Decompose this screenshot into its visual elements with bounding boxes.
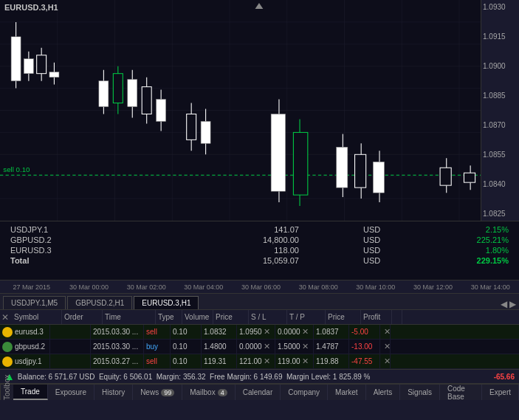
free-margin-value: 6 149.69 [254, 373, 283, 381]
col-header-symbol[interactable]: Symbol [12, 310, 62, 324]
free-margin-label: Free Margin: [206, 373, 254, 381]
svg-rect-57 [293, 132, 307, 195]
tp-close-1[interactable]: ✕ [300, 327, 310, 337]
trade-cell-type-1: sell [144, 325, 171, 339]
tp-close-2[interactable]: ✕ [300, 342, 310, 351]
tp-close-3[interactable]: ✕ [300, 357, 310, 366]
chart-scroll-arrows[interactable]: ◀ ▶ [501, 299, 516, 309]
trades-close-button[interactable]: ✕ [1, 312, 9, 323]
trade-cell-action-2[interactable]: ✕ [380, 340, 391, 354]
trade-cell-profit-1: -5.00 [349, 325, 380, 339]
trade-cell-profit-2: -13.00 [349, 340, 380, 354]
trade-icon-2 [2, 342, 13, 352]
col-header-type[interactable]: Type [156, 310, 182, 324]
col-header-order[interactable]: Order [62, 310, 103, 324]
tab-codebase[interactable]: Code Base [440, 385, 482, 400]
chart-container: EURUSD.3,H1 sell 0.10 [0, 0, 519, 221]
col-header-volume[interactable]: Volume [182, 310, 213, 324]
balance-profit: -65.66 [494, 373, 515, 381]
svg-rect-36 [113, 74, 123, 103]
svg-rect-33 [99, 81, 109, 107]
row-close-1[interactable]: ✕ [382, 327, 391, 337]
svg-rect-30 [49, 72, 59, 78]
mailbox-badge: 4 [218, 389, 227, 396]
time-label-7: 30 Mar 10:00 [347, 283, 405, 291]
summary-total-pct: 229.15% [385, 255, 513, 266]
sl-close-3[interactable]: ✕ [262, 357, 272, 366]
sl-close-2[interactable]: ✕ [262, 342, 272, 351]
trade-cell-symbol-2: gbpusd.2 [0, 340, 50, 354]
trade-row-3: usdjpy.1 2015.03.27 ... sell 0.10 119.31… [0, 354, 519, 369]
summary-symbol-1: USDJPY.1 [6, 224, 162, 235]
chart-tab-eurusd[interactable]: EURUSD.3,H1 [134, 296, 199, 309]
trade-cell-price2-3: 119.88 [314, 354, 349, 368]
col-header-price2[interactable]: Price [326, 310, 361, 324]
trade-cell-price2-1: 1.0837 [314, 325, 349, 339]
svg-rect-66 [373, 162, 384, 193]
summary-total-currency: USD [303, 255, 385, 266]
chart-tabs: USDJPY.1,M5 GBPUSD.2,H1 EURUSD.3,H1 ◀ ▶ [0, 294, 519, 310]
svg-rect-54 [271, 114, 285, 191]
tab-calendar[interactable]: Calendar [236, 385, 281, 400]
tab-news[interactable]: News99 [133, 385, 182, 400]
col-header-profit[interactable]: Profit [361, 310, 392, 324]
summary-profit-1: 2.15% [385, 224, 513, 235]
trade-cell-price2-2: 1.4787 [314, 340, 349, 354]
tab-trade[interactable]: Trade [13, 385, 48, 400]
tab-history[interactable]: History [94, 385, 133, 400]
margin-label: Margin: [152, 373, 183, 381]
trade-cell-action-3[interactable]: ✕ [380, 354, 391, 368]
tab-mailbox[interactable]: Mailbox4 [182, 385, 235, 400]
col-header-sl[interactable]: S / L [249, 310, 287, 324]
tab-signals[interactable]: Signals [400, 385, 440, 400]
sl-close-1[interactable]: ✕ [262, 327, 272, 337]
summary-profit-3: 1.80% [385, 245, 513, 255]
time-axis: 27 Mar 2015 30 Mar 00:00 30 Mar 02:00 30… [0, 280, 519, 294]
chart-svg: sell 0.10 [0, 0, 519, 221]
summary-row-eurusd: EURUSD.3 118.00 USD 1.80% [6, 245, 513, 255]
trade-icon-3 [2, 357, 13, 367]
col-header-action [392, 310, 402, 324]
col-header-price[interactable]: Price [213, 310, 249, 324]
summary-currency-3: USD [303, 245, 385, 255]
trades-header: ✕ Symbol Order Time Type Volume Price S … [0, 310, 519, 325]
margin-level-label: Margin Level: [282, 373, 332, 381]
row-close-2[interactable]: ✕ [382, 342, 391, 351]
col-header-time[interactable]: Time [103, 310, 156, 324]
col-header-tp[interactable]: T / P [287, 310, 326, 324]
chart-tab-gbpusd[interactable]: GBPUSD.2,H1 [67, 296, 132, 309]
trade-cell-profit-3: -47.55 [349, 354, 380, 368]
tab-company[interactable]: Company [281, 385, 328, 400]
svg-rect-21 [11, 37, 21, 81]
time-label-9: 30 Mar 14:00 [461, 283, 519, 291]
trade-cell-volume-2: 0.10 [171, 340, 202, 354]
trade-row-1: eurusd.3 2015.03.30 ... sell 0.10 1.0832… [0, 325, 519, 340]
toolbox-label: Toolbox [0, 385, 13, 400]
tab-alerts[interactable]: Alerts [366, 385, 401, 400]
summary-amount-1: 141.07 [162, 224, 303, 235]
summary-table: USDJPY.1 141.07 USD 2.15% GBPUSD.2 14,80… [6, 224, 513, 266]
trade-cell-action-1[interactable]: ✕ [380, 325, 391, 339]
trade-cell-tp-2: 1.5000 ✕ [275, 340, 314, 354]
balance-value: 6 571.67 USD [49, 373, 95, 381]
margin-level-value: 1 825.89 % [333, 373, 371, 381]
trade-symbol-3: usdjpy.1 [15, 357, 42, 365]
price-axis: 1.0930 1.0915 1.0900 1.0885 1.0870 1.085… [481, 0, 519, 221]
chart-title: EURUSD.3,H1 [4, 3, 58, 12]
tab-expert[interactable]: Expert [482, 385, 519, 400]
summary-currency-1: USD [303, 224, 385, 235]
summary-row-usdjpy: USDJPY.1 141.07 USD 2.15% [6, 224, 513, 235]
summary-row-gbpusd: GBPUSD.2 14,800.00 USD 225.21% [6, 235, 513, 245]
chart-tab-usdjpy[interactable]: USDJPY.1,M5 [3, 296, 66, 309]
trade-cell-sl-1: 1.0950 ✕ [237, 325, 275, 339]
tab-market[interactable]: Market [328, 385, 366, 400]
trade-cell-type-2: buy [144, 340, 171, 354]
svg-rect-45 [157, 100, 166, 122]
equity-value: 6 506.01 [123, 373, 152, 381]
tab-exposure[interactable]: Exposure [48, 385, 94, 400]
trade-cell-time-3: 2015.03.27 ... [91, 354, 144, 368]
summary-total-amount: 15,059.07 [162, 255, 303, 266]
trades-body: eurusd.3 2015.03.30 ... sell 0.10 1.0832… [0, 325, 519, 369]
row-close-3[interactable]: ✕ [382, 357, 391, 366]
trade-cell-time-2: 2015.03.30 ... [91, 340, 144, 354]
